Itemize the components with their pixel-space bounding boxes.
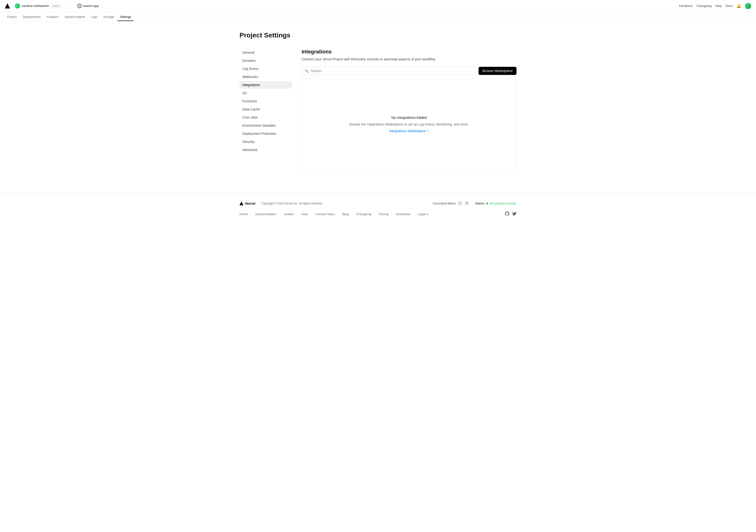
footer-top: Vercel Copyright © 2023 Vercel Inc. All … (239, 201, 517, 206)
browse-marketplace-button[interactable]: Browse Marketplace (478, 67, 517, 75)
sidebar-item-integrations[interactable]: Integrations (239, 81, 292, 89)
footer-link-blog[interactable]: Blog (338, 211, 352, 217)
sidebar-item-advanced[interactable]: Advanced (239, 146, 292, 154)
hobby-badge: Hobby (51, 4, 62, 8)
topbar: carolina-meilisearch Hobby ⌃ / search-ap… (0, 0, 756, 12)
section-title: Integrations (302, 49, 517, 55)
footer-link-pricing[interactable]: Pricing (375, 211, 392, 217)
project-chevron-icon: ⌃ (100, 5, 102, 7)
status-text: All systems normal. (490, 202, 517, 205)
project-icon (77, 4, 82, 8)
subnav-item-speed-insights[interactable]: Speed Insights (62, 13, 87, 21)
sidebar-item-general[interactable]: General (239, 49, 292, 56)
sidebar-item-data-cache[interactable]: Data Cache (239, 105, 292, 113)
team-avatar (15, 3, 20, 9)
footer-bottom: Home Documentation Guides Help Contact S… (239, 211, 517, 217)
help-link[interactable]: Help (716, 4, 722, 8)
footer-vercel-label: Vercel (245, 201, 255, 205)
sidebar-item-environment-variables[interactable]: Environment Variables (239, 122, 292, 129)
search-input[interactable] (310, 69, 472, 73)
search-row: 🔍 Browse Marketplace (302, 67, 517, 75)
footer-link-enterprise[interactable]: Enterprise (392, 211, 414, 217)
page-title: Project Settings (239, 32, 517, 39)
footer-link-documentation[interactable]: Documentation (252, 211, 280, 217)
status-dot-icon (486, 203, 488, 204)
user-avatar[interactable] (745, 3, 751, 9)
project-selector[interactable]: search-app ⌃ (75, 3, 104, 9)
footer-vercel-logo: Vercel (239, 201, 255, 205)
footer-link-changelog[interactable]: Changelog (352, 211, 375, 217)
twitter-icon[interactable] (512, 212, 517, 217)
subnav: Project Deployments Analytics Speed Insi… (0, 12, 756, 22)
no-integrations-desc: Browse the Integrations Marketplace to s… (349, 122, 469, 126)
search-box: 🔍 (302, 67, 476, 75)
footer: Vercel Copyright © 2023 Vercel Inc. All … (0, 193, 756, 224)
topbar-left: carolina-meilisearch Hobby ⌃ / search-ap… (5, 2, 104, 10)
status-area: Status: All systems normal. (475, 202, 517, 205)
feedback-link[interactable]: Feedback (679, 4, 693, 8)
sidebar-item-log-drains[interactable]: Log Drains (239, 65, 292, 72)
no-integrations-title: No Integrations Added (392, 115, 427, 119)
footer-icons (505, 212, 517, 217)
k-key: K (465, 201, 470, 206)
section-desc: Connect your Vercel Project with third-p… (302, 57, 517, 61)
docs-link[interactable]: Docs (725, 4, 733, 8)
subnav-item-deployments[interactable]: Deployments (20, 13, 43, 21)
footer-link-contact-sales[interactable]: Contact Sales (311, 211, 338, 217)
page-content: Project Settings General Domains Log Dra… (235, 22, 521, 179)
changelog-link[interactable]: Changelog (696, 4, 712, 8)
integrations-box: No Integrations Added Browse the Integra… (302, 79, 517, 169)
footer-link-legal[interactable]: Legal ∨ (414, 211, 432, 217)
footer-link-home[interactable]: Home (239, 211, 252, 217)
subnav-item-storage[interactable]: Storage (101, 13, 117, 21)
team-selector[interactable]: carolina-meilisearch Hobby ⌃ (13, 2, 67, 10)
footer-link-guides[interactable]: Guides (280, 211, 298, 217)
sidebar-item-domains[interactable]: Domains (239, 57, 292, 64)
settings-main: Integrations Connect your Vercel Project… (302, 49, 517, 169)
sidebar: General Domains Log Drains Webhooks Inte… (239, 49, 292, 169)
topbar-right: Feedback Changelog Help Docs 🔔 (679, 3, 751, 9)
vercel-logo-icon[interactable] (5, 3, 10, 9)
sidebar-item-webhooks[interactable]: Webhooks (239, 73, 292, 81)
subnav-item-settings[interactable]: Settings (118, 13, 133, 21)
cmd-key: ⌘ (458, 201, 463, 206)
footer-link-help[interactable]: Help (298, 211, 311, 217)
settings-layout: General Domains Log Drains Webhooks Inte… (239, 49, 517, 169)
integrations-marketplace-link[interactable]: Integrations Marketplace ↗ (389, 129, 429, 133)
sidebar-item-deployment-protection[interactable]: Deployment Protection (239, 130, 292, 138)
github-icon[interactable] (505, 212, 509, 217)
status-label: Status: (475, 202, 485, 205)
sidebar-item-security[interactable]: Security (239, 138, 292, 145)
command-menu: Command Menu ⌘ K (433, 201, 469, 206)
subnav-item-analytics[interactable]: Analytics (44, 13, 61, 21)
search-icon: 🔍 (305, 69, 309, 73)
sidebar-item-git[interactable]: Git (239, 89, 292, 97)
sidebar-item-functions[interactable]: Functions (239, 97, 292, 105)
team-name: carolina-meilisearch (21, 4, 49, 8)
separator: / (70, 4, 71, 8)
footer-copyright: Copyright © 2023 Vercel Inc. All rights … (261, 202, 322, 205)
chevron-icon: ⌃ (63, 5, 65, 7)
subnav-item-logs[interactable]: Logs (88, 13, 100, 21)
footer-right: Command Menu ⌘ K Status: All systems nor… (433, 201, 517, 206)
project-name: search-app (83, 4, 99, 8)
subnav-item-project[interactable]: Project (5, 13, 19, 21)
notifications-icon[interactable]: 🔔 (737, 4, 741, 8)
sidebar-item-cron-jobs[interactable]: Cron Jobs (239, 114, 292, 121)
command-menu-label: Command Menu (433, 202, 456, 205)
footer-logo-area: Vercel Copyright © 2023 Vercel Inc. All … (239, 201, 322, 205)
external-link-icon: ↗ (427, 129, 429, 132)
footer-links: Home Documentation Guides Help Contact S… (239, 211, 432, 217)
footer-vercel-triangle-icon (239, 202, 243, 205)
